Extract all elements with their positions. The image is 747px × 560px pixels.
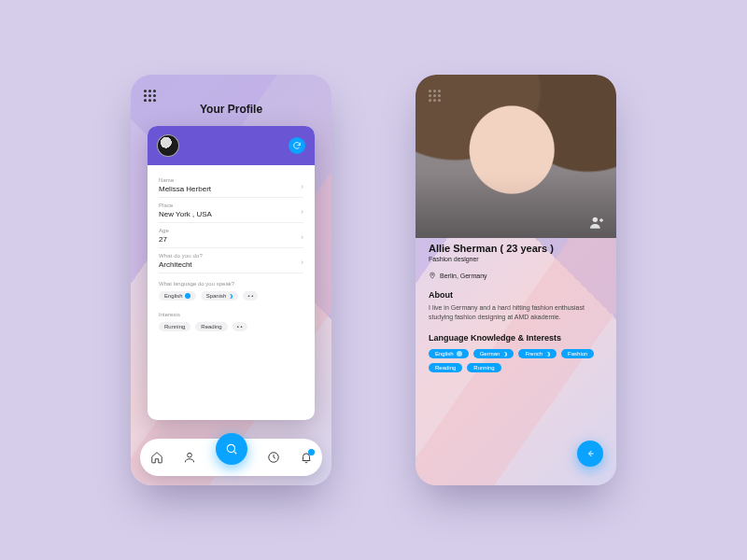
field-place[interactable]: Place New York , USA › [159, 198, 303, 223]
nav-notifications-icon[interactable] [300, 451, 313, 464]
svg-point-3 [593, 217, 598, 222]
field-value: Architecht [159, 260, 303, 269]
tag-interest[interactable]: Running [467, 363, 500, 372]
pill-language[interactable]: English [159, 291, 196, 301]
bottom-nav [140, 439, 322, 476]
interests-pills: Running Reading • • [159, 322, 303, 331]
chevron-right-icon: › [301, 258, 303, 267]
pin-icon [429, 272, 436, 279]
pill-more[interactable]: • • [243, 291, 258, 301]
tag-interest[interactable]: Reading [429, 363, 462, 372]
profile-details: Allie Sherman ( 23 years ) Fashion desig… [429, 243, 603, 372]
nav-history-icon[interactable] [267, 451, 280, 464]
add-friend-icon[interactable] [590, 216, 605, 229]
profile-role: Fashion designer [429, 256, 603, 262]
pill-interest[interactable]: Running [159, 322, 190, 331]
field-value: New York , USA [159, 210, 303, 218]
tag-language[interactable]: English [429, 349, 469, 358]
tag-interest[interactable]: Fashion [561, 349, 594, 358]
svg-point-4 [431, 274, 433, 276]
field-label: Age [159, 228, 303, 233]
moon-icon [545, 352, 550, 357]
chevron-right-icon: › [301, 182, 303, 191]
profile-form-card: Name Melissa Herbert › Place New York , … [148, 126, 315, 420]
chevron-right-icon: › [301, 207, 303, 217]
phone-view-profile: Allie Sherman ( 23 years ) Fashion desig… [416, 75, 616, 485]
about-text: I live in Germany and a hard hitting fas… [429, 303, 603, 322]
lang-heading: Language Knowledge & Interests [429, 333, 603, 343]
chevron-right-icon: › [301, 232, 303, 242]
tag-row: English German French Fashion Reading Ru… [429, 349, 603, 372]
field-value: 27 [159, 235, 303, 244]
phone-edit-profile: Your Profile Name Melissa Herbert › Plac… [131, 75, 331, 485]
profile-location: Berlin, Germany [429, 272, 603, 279]
languages-pills: English Spanish • • [159, 291, 303, 301]
sun-icon [457, 351, 462, 357]
profile-photo [416, 75, 616, 238]
field-name[interactable]: Name Melissa Herbert › [159, 173, 303, 198]
svg-point-0 [187, 453, 191, 457]
card-header [148, 126, 315, 165]
menu-grid-icon[interactable] [429, 90, 441, 102]
canvas: Your Profile Name Melissa Herbert › Plac… [0, 0, 747, 560]
back-button[interactable] [577, 441, 603, 467]
moon-icon [228, 294, 233, 299]
avatar[interactable] [157, 134, 179, 157]
field-label: Place [159, 203, 303, 208]
tag-language[interactable]: German [473, 349, 514, 358]
nav-profile-icon[interactable] [183, 451, 196, 464]
refresh-icon[interactable] [289, 137, 305, 154]
field-label: Name [159, 177, 303, 183]
moon-icon [502, 352, 507, 357]
menu-grid-icon[interactable] [144, 90, 156, 102]
page-title: Your Profile [131, 103, 331, 116]
tag-language[interactable]: French [518, 349, 557, 358]
pill-interest[interactable]: Reading [195, 322, 227, 331]
sun-icon [185, 293, 190, 299]
nav-home-icon[interactable] [150, 451, 163, 464]
field-job[interactable]: What do you do? Architecht › [159, 248, 303, 273]
interests-header: Interests [159, 312, 303, 317]
notification-dot [308, 449, 315, 455]
field-label: What do you do? [159, 253, 303, 259]
field-value: Melissa Herbert [159, 185, 303, 193]
languages-header: What language do you speak? [159, 281, 303, 287]
nav-search-fab[interactable] [216, 433, 247, 465]
field-age[interactable]: Age 27 › [159, 223, 303, 248]
pill-language[interactable]: Spanish [201, 291, 239, 301]
about-heading: About [429, 290, 603, 300]
card-body: Name Melissa Herbert › Place New York , … [148, 165, 315, 420]
pill-more[interactable]: • • [233, 322, 247, 331]
svg-point-1 [227, 444, 234, 452]
profile-name: Allie Sherman ( 23 years ) [429, 243, 603, 254]
